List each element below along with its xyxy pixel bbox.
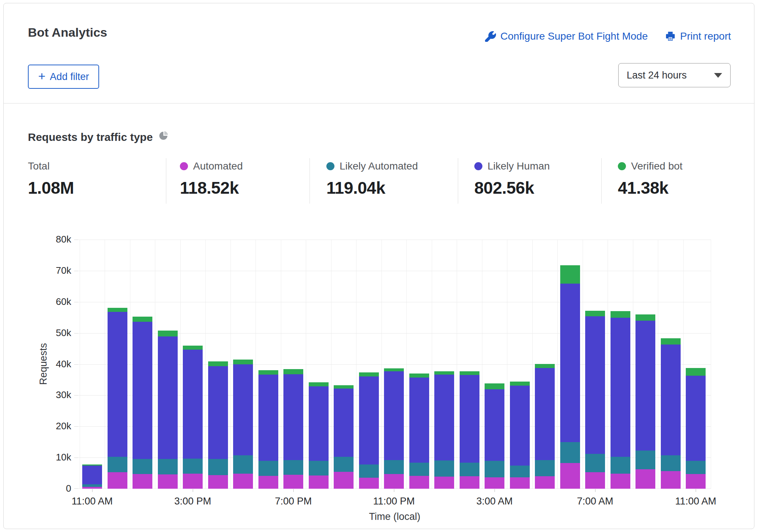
segment-likely-automated[interactable] xyxy=(686,461,706,474)
segment-verified-bot[interactable] xyxy=(611,311,630,318)
segment-automated[interactable] xyxy=(661,471,681,489)
segment-automated[interactable] xyxy=(82,487,102,489)
segment-automated[interactable] xyxy=(158,474,178,489)
segment-automated[interactable] xyxy=(560,463,580,489)
bar-9-00-pm[interactable] xyxy=(334,240,354,489)
segment-verified-bot[interactable] xyxy=(258,370,278,375)
stat-automated[interactable]: Automated 118.52k xyxy=(180,160,243,198)
segment-likely-automated[interactable] xyxy=(158,459,178,474)
segment-likely-automated[interactable] xyxy=(485,461,504,478)
segment-likely-human[interactable] xyxy=(384,371,404,460)
segment-likely-human[interactable] xyxy=(409,378,429,463)
stat-likely-human[interactable]: Likely Human 802.56k xyxy=(474,160,550,198)
segment-likely-human[interactable] xyxy=(359,376,379,464)
bar-8-00-am[interactable] xyxy=(611,240,630,489)
stat-likely-automated[interactable]: Likely Automated 119.04k xyxy=(326,160,418,198)
segment-likely-human[interactable] xyxy=(183,350,203,458)
segment-automated[interactable] xyxy=(611,474,630,489)
segment-likely-human[interactable] xyxy=(535,368,555,460)
segment-likely-automated[interactable] xyxy=(510,466,530,477)
segment-likely-automated[interactable] xyxy=(460,463,479,476)
segment-verified-bot[interactable] xyxy=(359,372,379,376)
segment-automated[interactable] xyxy=(510,477,530,489)
segment-likely-automated[interactable] xyxy=(384,460,404,474)
segment-verified-bot[interactable] xyxy=(661,338,681,345)
segment-verified-bot[interactable] xyxy=(434,371,454,375)
bar-5-00-am[interactable] xyxy=(535,240,555,489)
segment-likely-human[interactable] xyxy=(309,386,329,461)
segment-automated[interactable] xyxy=(133,474,152,489)
segment-likely-human[interactable] xyxy=(133,322,152,459)
segment-likely-human[interactable] xyxy=(258,375,278,460)
configure-super-bot-fight-mode-link[interactable]: Configure Super Bot Fight Mode xyxy=(485,30,648,42)
segment-automated[interactable] xyxy=(585,472,605,489)
segment-likely-automated[interactable] xyxy=(661,455,681,471)
bar-1-00-am[interactable] xyxy=(434,240,454,489)
segment-likely-automated[interactable] xyxy=(133,459,152,474)
segment-automated[interactable] xyxy=(309,475,329,489)
segment-likely-human[interactable] xyxy=(82,466,102,484)
bar-4-00-am[interactable] xyxy=(510,240,530,489)
segment-likely-automated[interactable] xyxy=(535,460,555,476)
segment-likely-automated[interactable] xyxy=(334,457,354,472)
bar-11-00-pm[interactable] xyxy=(384,240,404,489)
bar-1-00-pm[interactable] xyxy=(133,240,152,489)
segment-likely-automated[interactable] xyxy=(183,459,203,474)
bar-10-00-pm[interactable] xyxy=(359,240,379,489)
bar-10-00-am[interactable] xyxy=(661,240,681,489)
segment-verified-bot[interactable] xyxy=(585,311,605,316)
segment-automated[interactable] xyxy=(108,472,127,489)
segment-likely-automated[interactable] xyxy=(359,464,379,478)
segment-likely-human[interactable] xyxy=(661,345,681,455)
segment-verified-bot[interactable] xyxy=(133,317,152,322)
bar-12-00-pm[interactable] xyxy=(108,240,127,489)
segment-verified-bot[interactable] xyxy=(158,331,178,336)
segment-likely-automated[interactable] xyxy=(560,442,580,463)
bar-7-00-pm[interactable] xyxy=(283,240,303,489)
segment-likely-human[interactable] xyxy=(233,364,253,455)
bar-3-00-pm[interactable] xyxy=(183,240,203,489)
segment-verified-bot[interactable] xyxy=(233,360,253,365)
segment-verified-bot[interactable] xyxy=(460,371,479,375)
bar-9-00-am[interactable] xyxy=(635,240,655,489)
bar-11-00-am[interactable] xyxy=(82,240,102,489)
segment-verified-bot[interactable] xyxy=(384,368,404,371)
bar-5-00-pm[interactable] xyxy=(233,240,253,489)
segment-likely-human[interactable] xyxy=(158,336,178,459)
segment-likely-human[interactable] xyxy=(510,386,530,466)
segment-likely-human[interactable] xyxy=(460,375,479,462)
segment-likely-human[interactable] xyxy=(686,376,706,461)
segment-likely-automated[interactable] xyxy=(283,460,303,475)
segment-automated[interactable] xyxy=(258,476,278,489)
bar-6-00-am[interactable] xyxy=(560,240,580,489)
segment-verified-bot[interactable] xyxy=(409,374,429,378)
segment-likely-human[interactable] xyxy=(208,366,228,459)
bar-7-00-am[interactable] xyxy=(585,240,605,489)
segment-likely-human[interactable] xyxy=(560,284,580,442)
segment-verified-bot[interactable] xyxy=(334,385,354,388)
segment-likely-automated[interactable] xyxy=(635,451,655,469)
segment-likely-human[interactable] xyxy=(635,321,655,451)
segment-automated[interactable] xyxy=(460,476,479,489)
segment-automated[interactable] xyxy=(686,474,706,489)
segment-likely-automated[interactable] xyxy=(611,457,630,474)
segment-likely-human[interactable] xyxy=(283,374,303,460)
segment-automated[interactable] xyxy=(409,476,429,489)
segment-likely-automated[interactable] xyxy=(82,484,102,487)
segment-likely-automated[interactable] xyxy=(585,454,605,472)
segment-verified-bot[interactable] xyxy=(686,368,706,376)
segment-likely-automated[interactable] xyxy=(208,459,228,475)
segment-verified-bot[interactable] xyxy=(535,364,555,368)
bar-12-00-am[interactable] xyxy=(409,240,429,489)
segment-likely-automated[interactable] xyxy=(409,463,429,476)
segment-likely-automated[interactable] xyxy=(309,461,329,476)
segment-likely-human[interactable] xyxy=(585,316,605,454)
segment-automated[interactable] xyxy=(535,476,555,489)
add-filter-button[interactable]: + Add filter xyxy=(28,65,99,89)
segment-likely-human[interactable] xyxy=(485,389,504,460)
segment-automated[interactable] xyxy=(359,478,379,489)
segment-automated[interactable] xyxy=(183,474,203,489)
segment-likely-automated[interactable] xyxy=(108,457,127,472)
segment-verified-bot[interactable] xyxy=(108,308,127,312)
segment-verified-bot[interactable] xyxy=(635,314,655,321)
